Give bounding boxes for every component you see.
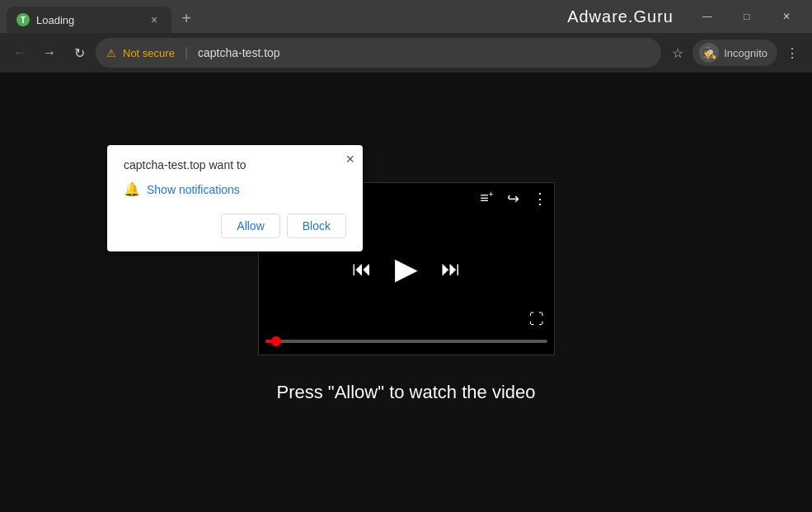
url-text: captcha-test.top [198,46,650,59]
minimize-button[interactable]: — [688,3,726,30]
not-secure-label: Not secure [123,47,175,59]
incognito-icon: 🕵 [699,43,719,63]
block-button[interactable]: Block [287,214,346,238]
more-button[interactable]: ⋮ [779,40,805,66]
back-button[interactable]: ← [7,40,33,66]
incognito-button[interactable]: 🕵 Incognito [692,40,777,66]
brand-title: Adware.Guru [567,7,674,26]
forward-button[interactable]: → [36,40,63,66]
video-controls-top: ≡+ ↪ ⋮ [480,190,547,208]
progress-bar[interactable] [265,340,547,343]
nav-right-buttons: ☆ 🕵 Incognito ⋮ [664,40,805,66]
video-controls-bottom: ⛶ [529,311,544,328]
security-icon: ⚠ [106,47,116,59]
close-button[interactable]: ✕ [767,3,805,30]
titlebar: T Loading × + Adware.Guru — □ ✕ [0,0,812,33]
tab-favicon: T [16,13,30,26]
add-to-queue-icon[interactable]: ≡+ [480,190,493,207]
popup-notification-row: 🔔 Show notifications [124,181,346,197]
progress-dot [271,336,281,346]
tab-area: T Loading × + [7,0,567,33]
popup-close-button[interactable]: × [345,152,354,167]
fullscreen-icon[interactable]: ⛶ [529,311,544,328]
play-button[interactable]: ▶ [395,251,418,286]
tab-close-button[interactable]: × [147,12,162,27]
progress-fill [265,340,277,343]
popup-buttons: Allow Block [124,214,346,238]
bookmark-button[interactable]: ☆ [664,40,691,66]
maximize-button[interactable]: □ [728,3,766,30]
video-more-icon[interactable]: ⋮ [533,190,547,208]
url-separator: | [185,45,188,60]
prev-button[interactable]: ⏮ [352,257,372,280]
video-controls-center: ⏮ ▶ ⏭ [352,251,461,286]
tab-title: Loading [36,14,140,26]
popup-title: captcha-test.top want to [124,158,346,171]
reload-button[interactable]: ↻ [66,40,92,66]
incognito-label: Incognito [724,47,767,59]
next-button[interactable]: ⏭ [441,257,461,280]
navbar: ← → ↻ ⚠ Not secure | captcha-test.top ☆ … [0,33,812,73]
notification-popup: × captcha-test.top want to 🔔 Show notifi… [107,145,363,251]
allow-button[interactable]: Allow [221,214,279,238]
prompt-text: Press "Allow" to watch the video [277,382,536,403]
titlebar-right: Adware.Guru — □ ✕ [567,3,805,30]
bell-icon: 🔔 [124,181,140,197]
share-icon[interactable]: ↪ [507,190,519,208]
show-notifications-link[interactable]: Show notifications [147,183,240,196]
main-content: × captcha-test.top want to 🔔 Show notifi… [0,73,812,512]
address-bar[interactable]: ⚠ Not secure | captcha-test.top [96,38,661,68]
new-tab-button[interactable]: + [175,7,198,30]
active-tab[interactable]: T Loading × [7,7,171,33]
